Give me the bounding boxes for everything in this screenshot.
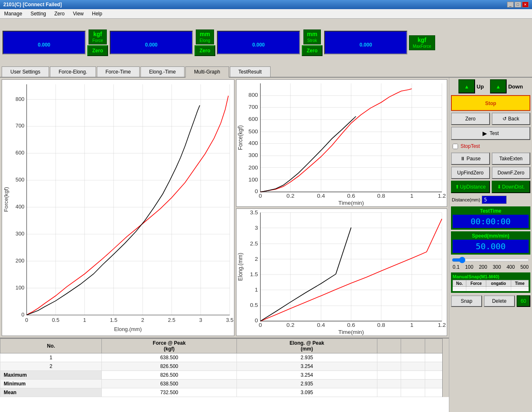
stop-button[interactable]: Stop <box>451 95 530 111</box>
row1-elong: 2.935 <box>236 353 377 362</box>
snap-col-no: No. <box>453 280 466 287</box>
menu-view[interactable]: View <box>70 10 86 17</box>
stroke-zero-button[interactable]: Zero <box>302 45 323 56</box>
max-force: 826.500 <box>102 371 236 380</box>
back-button[interactable]: ↺ Back <box>492 113 531 125</box>
up-dist-icon: ⬆ <box>455 184 459 190</box>
testtime-title: TestTime <box>453 208 529 214</box>
close-button[interactable]: ✕ <box>522 2 529 7</box>
svg-text:2: 2 <box>141 317 144 323</box>
menu-bar: Manage Setting Zero View Help <box>0 9 532 19</box>
menu-zero[interactable]: Zero <box>52 10 67 17</box>
svg-text:1: 1 <box>410 193 414 199</box>
delete-button[interactable]: Delete <box>484 295 515 307</box>
svg-text:400: 400 <box>249 140 258 146</box>
distance-label: Distance(mm) <box>452 197 480 202</box>
up-button[interactable]: ▲ <box>458 79 475 93</box>
stop-test-checkbox[interactable] <box>453 144 458 149</box>
elong-time-chart: 0 0.5 1 1.5 2 2.5 3 3.5 0 0.2 <box>236 208 447 336</box>
menu-help[interactable]: Help <box>89 10 105 17</box>
zero-button[interactable]: Zero <box>451 113 490 125</box>
col-empty1 <box>377 339 401 353</box>
tab-multi-graph[interactable]: Multi-Graph <box>185 66 229 78</box>
maximize-button[interactable]: □ <box>515 2 521 7</box>
up-arrow-icon: ▲ <box>464 84 469 90</box>
svg-text:100: 100 <box>249 177 258 183</box>
svg-text:0.4: 0.4 <box>317 193 325 199</box>
table-row: 2 826.500 3.254 <box>0 362 449 371</box>
tab-force-time[interactable]: Force-Time <box>97 66 140 77</box>
svg-text:0.4: 0.4 <box>317 322 325 329</box>
mean-label: Mean <box>0 388 102 397</box>
svg-text:200: 200 <box>15 258 24 264</box>
tab-test-result[interactable]: TestResult <box>230 66 271 77</box>
stop-test-row: StopTest <box>451 142 530 151</box>
svg-text:0.6: 0.6 <box>347 322 355 329</box>
maxforce-unit-block: kgf MaxForce <box>409 35 435 50</box>
charts-container: 0 100 200 300 400 500 600 700 800 0 0.5 <box>0 78 449 338</box>
updistance-button[interactable]: ⬆ UpDistance <box>451 181 490 193</box>
speed-section: Speed(mm/min) 50.000 <box>451 231 530 255</box>
force-time-chart: 0 100 200 300 400 500 600 700 800 0 <box>236 79 447 207</box>
force-elong-chart: 0 100 200 300 400 500 600 700 800 0 0.5 <box>2 79 234 336</box>
up-label: Up <box>477 83 484 90</box>
svg-text:100: 100 <box>15 284 24 291</box>
display-bar: 0.000 kgf Force Zero 0.000 mm Elong Zero… <box>0 19 532 66</box>
svg-text:0.8: 0.8 <box>377 322 385 329</box>
svg-text:1: 1 <box>410 322 414 329</box>
table-row: 1 638.500 2.935 <box>0 353 449 362</box>
svg-text:800: 800 <box>15 96 24 102</box>
svg-text:Elong.(mm): Elong.(mm) <box>114 326 142 332</box>
force-unit-group: kgf Force Zero <box>87 29 108 56</box>
minimum-row: Minimum 638.500 2.935 <box>0 380 449 388</box>
testtime-display: 00:00:00 <box>453 215 529 228</box>
test-button[interactable]: ▶ Test <box>451 127 530 140</box>
downdist-button[interactable]: ⬇ DownDist. <box>492 181 531 193</box>
svg-text:2.5: 2.5 <box>250 241 258 247</box>
svg-text:3: 3 <box>255 225 258 231</box>
svg-text:3.5: 3.5 <box>250 209 258 216</box>
svg-text:600: 600 <box>15 150 24 156</box>
svg-text:400: 400 <box>15 204 24 210</box>
back-icon: ↺ <box>502 116 507 122</box>
down-button[interactable]: ▲ <box>490 79 507 93</box>
svg-text:0.8: 0.8 <box>377 193 385 199</box>
svg-text:1: 1 <box>83 317 86 323</box>
snap-button[interactable]: Snap <box>451 295 482 307</box>
elong-unit-group: mm Elong Zero <box>195 29 215 56</box>
col-force-peak: Force @ Peak(kgf) <box>102 339 236 353</box>
downf-zero-button[interactable]: DownF.Zero <box>492 167 531 179</box>
menu-setting[interactable]: Setting <box>28 10 48 17</box>
stroke-unit-block: mm Strok <box>303 29 321 44</box>
svg-text:700: 700 <box>15 123 24 129</box>
right-panel: ▲ Up ▲ Down Stop Zero ↺ Bac <box>449 78 532 412</box>
data-table: No. Force @ Peak(kgf) Elong. @ Peak(mm) … <box>0 338 449 397</box>
manual-snap-section: ManualSnap(M1-M40) No. Force ongatio Tim… <box>451 272 530 293</box>
menu-manage[interactable]: Manage <box>2 10 25 17</box>
upfind-zero-button[interactable]: UpFindZero <box>451 167 490 179</box>
svg-text:1.5: 1.5 <box>110 317 117 323</box>
minimize-button[interactable]: _ <box>507 2 514 7</box>
speed-slider[interactable] <box>452 257 530 263</box>
pause-button[interactable]: ⏸ Pause <box>451 152 490 165</box>
snap-table: No. Force ongatio Time <box>453 280 529 291</box>
elong-zero-button[interactable]: Zero <box>195 45 215 56</box>
take-exten-button[interactable]: TakeExten <box>492 152 531 165</box>
col-elong-peak: Elong. @ Peak(mm) <box>236 339 377 353</box>
tab-force-elong[interactable]: Force-Elong. <box>50 66 96 77</box>
svg-text:0: 0 <box>25 317 28 323</box>
row1-no: 1 <box>0 353 102 362</box>
title-bar: 2101(C) [Connect Failed] _ □ ✕ <box>0 0 532 9</box>
up-down-row: ▲ Up ▲ Down <box>451 79 530 93</box>
table-scrollbar[interactable] <box>442 338 449 397</box>
tab-elong-time[interactable]: Elong.-Time <box>140 66 185 77</box>
maxforce-display: 0.000 <box>324 31 407 54</box>
tab-user-settings[interactable]: User Settings <box>2 66 49 77</box>
elong-unit-block: mm Elong <box>196 29 214 44</box>
updist-downdist-row: ⬆ UpDistance ⬇ DownDist. <box>451 181 530 193</box>
green-num-button[interactable]: 60 <box>517 295 530 307</box>
upfind-downf-row: UpFindZero DownF.Zero <box>451 167 530 179</box>
force-zero-button[interactable]: Zero <box>87 45 108 56</box>
mean-force: 732.500 <box>102 388 236 397</box>
distance-input[interactable] <box>482 196 507 204</box>
